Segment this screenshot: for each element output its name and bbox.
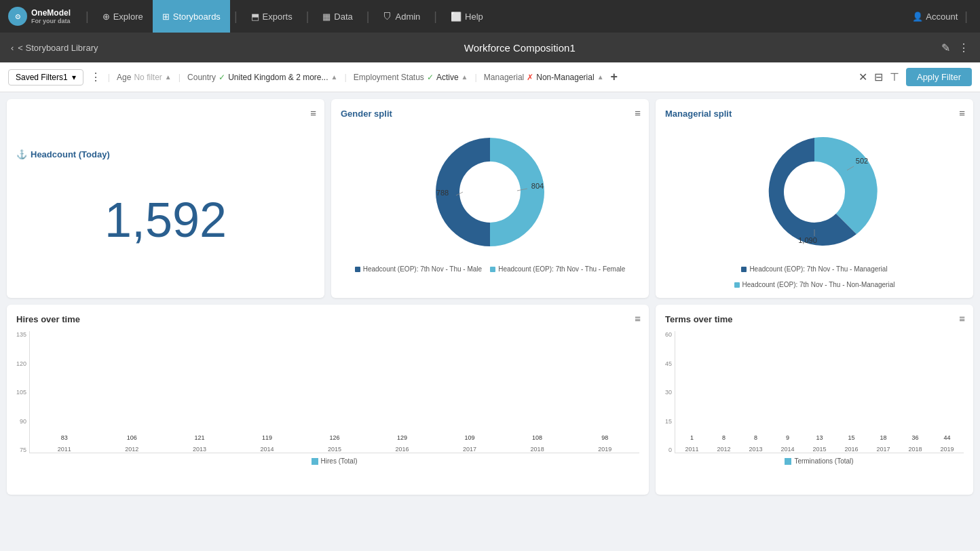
- terms-bar-value: 8: [754, 434, 757, 441]
- add-filter-button[interactable]: +: [611, 70, 618, 84]
- terms-bar-chart: 1201182012820139201413201515201618201736…: [675, 331, 964, 453]
- hires-bar-group: 1092017: [438, 444, 502, 453]
- hires-bar-group: 1082018: [506, 444, 569, 453]
- saved-filters-dropdown[interactable]: Saved Filters1 ▾: [8, 69, 83, 86]
- managerial-split-menu-icon[interactable]: ≡: [959, 107, 965, 119]
- hires-title: Hires over time: [16, 314, 639, 324]
- nav-right: 👤 Account |: [912, 10, 972, 24]
- page-title: Workforce Composition1: [464, 42, 576, 54]
- hires-bar-year: 2014: [260, 446, 274, 453]
- hires-y-75: 75: [16, 446, 26, 453]
- nav-storyboards-label: Storyboards: [173, 12, 221, 22]
- terms-menu-icon[interactable]: ≡: [959, 313, 965, 324]
- age-filter-caret: ▲: [165, 73, 172, 81]
- hires-bar-chart: 8320111062012121201311920141262015129201…: [29, 331, 639, 453]
- edit-icon[interactable]: ✎: [941, 41, 950, 54]
- save-filter-icon[interactable]: ⊟: [874, 71, 883, 83]
- top-nav: ⊙ OneModel For your data | ⊕ Explore ⊞ S…: [0, 0, 980, 33]
- gender-donut-wrapper: 788 804 Headcount (EOP): 7th Nov - Thu -…: [341, 124, 639, 273]
- managerial-cross-icon: ✗: [527, 73, 533, 82]
- dashboard: ⚓ Headcount (Today) ≡ 1,592 Gender split…: [0, 92, 980, 501]
- nav-explore[interactable]: ⊕ Explore: [93, 0, 153, 33]
- terms-legend-label: Terminations (Total): [794, 457, 853, 465]
- age-filter[interactable]: Age No filter ▲: [117, 73, 172, 82]
- terms-bars-container: 1201182012820139201413201515201618201736…: [675, 331, 964, 465]
- filter-funnel-icon[interactable]: ⊤: [890, 71, 899, 83]
- terms-bar-group: 82013: [742, 444, 770, 453]
- back-label: < Storyboard Library: [18, 43, 98, 53]
- svg-text:502: 502: [856, 157, 868, 165]
- hires-menu-icon[interactable]: ≡: [635, 313, 641, 324]
- terms-bar-group: 182017: [869, 444, 897, 453]
- svg-point-5: [784, 162, 845, 223]
- gender-split-menu-icon[interactable]: ≡: [635, 107, 641, 119]
- terms-bar-value: 36: [912, 434, 919, 441]
- filter-options-icon[interactable]: ⋮: [90, 71, 101, 83]
- nav-exports[interactable]: ⬒ Exports: [242, 0, 302, 33]
- hires-chart-area: 135 120 105 90 75 8320111062012121201311…: [16, 331, 639, 465]
- hires-bar-year: 2016: [396, 446, 409, 453]
- hires-bar-year: 2013: [193, 446, 206, 453]
- terms-legend: Terminations (Total): [675, 457, 964, 465]
- clear-filters-icon[interactable]: ✕: [859, 71, 867, 83]
- managerial-filter[interactable]: Managerial ✗ Non-Managerial ▲: [484, 73, 604, 82]
- hires-y-135: 135: [16, 331, 26, 338]
- nav-divider-2: |: [234, 10, 238, 24]
- logo[interactable]: ⊙ OneModel For your data: [8, 7, 71, 26]
- managerial-legend-nonmgr: Headcount (EOP): 7th Nov - Thu - Non-Man…: [734, 281, 895, 288]
- nav-admin[interactable]: ⛉ Admin: [373, 0, 430, 33]
- employment-status-label: Employment Status: [354, 73, 424, 82]
- compass-icon: ⊕: [102, 12, 110, 22]
- terms-card: ≡ Terms over time 60 45 30 15 0 12011820…: [656, 305, 973, 495]
- hires-y-120: 120: [16, 360, 26, 367]
- terms-bar-value: 44: [944, 434, 951, 441]
- terms-y-axis: 60 45 30 15 0: [665, 331, 675, 453]
- hires-legend-item: Hires (Total): [312, 457, 358, 465]
- employment-status-filter[interactable]: Employment Status ✓ Active ▲: [354, 73, 468, 82]
- terms-y-0: 0: [665, 446, 672, 453]
- terms-bar-year: 2015: [813, 446, 827, 453]
- filter-separator-4: |: [474, 72, 476, 82]
- hires-legend-label: Hires (Total): [321, 457, 358, 465]
- back-chevron-icon: ‹: [11, 43, 14, 53]
- nav-help-label: Help: [465, 12, 483, 22]
- dropdown-chevron-icon: ▾: [72, 73, 76, 82]
- terms-bar-year: 2019: [941, 446, 954, 453]
- terms-title: Terms over time: [665, 314, 964, 324]
- country-filter-caret: ▲: [331, 73, 338, 81]
- terms-y-60: 60: [665, 331, 672, 338]
- hires-bar-year: 2011: [58, 446, 71, 453]
- breadcrumb-bar: ‹ < Storyboard Library Workforce Composi…: [0, 33, 980, 62]
- hires-bar-value: 109: [465, 434, 475, 441]
- logo-text: OneModel: [31, 8, 71, 18]
- table-icon: ▦: [322, 12, 331, 22]
- hires-y-105: 105: [16, 389, 26, 396]
- back-button[interactable]: ‹ < Storyboard Library: [11, 43, 98, 53]
- male-legend-label: Headcount (EOP): 7th Nov - Thu - Male: [363, 265, 482, 273]
- terms-bar-value: 1: [690, 434, 694, 441]
- terms-y-15: 15: [665, 418, 672, 425]
- managerial-value: Non-Managerial: [536, 73, 594, 82]
- headcount-value: 1,592: [16, 192, 315, 248]
- hires-bar-value: 129: [397, 434, 407, 441]
- gender-legend-male: Headcount (EOP): 7th Nov - Thu - Male: [355, 265, 482, 273]
- terms-legend-square: [785, 458, 791, 465]
- filter-bar: Saved Filters1 ▾ ⋮ | Age No filter ▲ | C…: [0, 62, 980, 92]
- terms-bar-year: 2011: [685, 446, 699, 453]
- nav-help[interactable]: ⬜ Help: [441, 0, 493, 33]
- terms-bar-group: 442019: [933, 444, 961, 453]
- headcount-menu-icon[interactable]: ≡: [310, 107, 316, 119]
- hires-legend: Hires (Total): [29, 457, 639, 465]
- nav-storyboards[interactable]: ⊞ Storyboards: [153, 0, 230, 33]
- country-filter[interactable]: Country ✓ United Kingdom & 2 more... ▲: [187, 73, 337, 82]
- nav-data[interactable]: ▦ Data: [313, 0, 362, 33]
- apply-filter-button[interactable]: Apply Filter: [906, 68, 972, 86]
- gender-legend: Headcount (EOP): 7th Nov - Thu - Male He…: [355, 265, 626, 273]
- hires-bar-value: 126: [329, 434, 339, 441]
- more-options-icon[interactable]: ⋮: [958, 41, 969, 54]
- managerial-donut-wrapper: 1,090 502 Headcount (EOP): 7th Nov - Thu…: [665, 124, 964, 288]
- terms-bar-group: 12011: [678, 444, 706, 453]
- hires-bar-value: 119: [262, 434, 272, 441]
- nav-data-label: Data: [334, 12, 352, 22]
- account-label[interactable]: Account: [926, 12, 958, 22]
